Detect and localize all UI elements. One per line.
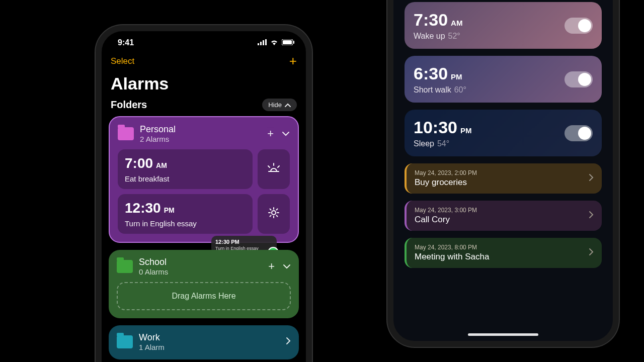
add-alarm-button[interactable]: + — [289, 53, 297, 69]
alarm-toggle[interactable] — [565, 71, 593, 87]
chevron-up-icon — [285, 101, 291, 109]
alarm-time: 6:30 — [414, 64, 448, 83]
status-time: 9:41 — [118, 38, 134, 47]
alarm-detail-button[interactable] — [258, 194, 290, 234]
folder-icon — [118, 127, 134, 140]
home-indicator[interactable] — [468, 333, 538, 336]
svg-rect-2 — [263, 40, 264, 45]
drop-label: Drag Alarms Here — [172, 292, 235, 301]
alarm-widget[interactable]: 7:30 AM Wake up52° — [405, 2, 602, 49]
battery-icon — [282, 38, 295, 47]
alarm-toggle[interactable] — [565, 18, 593, 34]
alarm-tile[interactable]: 7:00 AM Eat breakfast — [118, 149, 253, 189]
folder-add-button[interactable]: + — [267, 127, 274, 140]
chevron-right-icon — [589, 173, 594, 184]
alarm-temp: 60° — [454, 85, 466, 94]
status-bar: 9:41 — [102, 31, 306, 50]
alarm-label: Short walk — [414, 85, 451, 94]
folder-school[interactable]: School 0 Alarms + Drag Alarms Here — [109, 250, 299, 318]
svg-point-7 — [272, 211, 276, 215]
folder-count: 0 Alarms — [139, 267, 262, 276]
reminder-title: Buy groceries — [415, 177, 477, 188]
hide-label: Hide — [268, 101, 282, 109]
reminder-date: May 24, 2023, 8:00 PM — [415, 244, 489, 251]
svg-rect-5 — [283, 40, 292, 44]
alarm-time: 7:00 — [125, 155, 153, 171]
chevron-right-icon — [589, 211, 594, 221]
reminder-date: May 24, 2023, 3:00 PM — [415, 207, 477, 214]
alarm-time: 10:30 — [414, 118, 457, 137]
phone-alarms-app: 9:41 Select + Alarms Folders Hide — [96, 25, 312, 362]
alarm-widget[interactable]: 10:30 PM Sleep54° — [405, 110, 602, 156]
alarm-ampm: PM — [451, 72, 462, 81]
svg-rect-3 — [265, 39, 267, 45]
chevron-down-icon[interactable] — [283, 262, 291, 271]
sunrise-icon — [267, 162, 280, 176]
folder-name: Work — [139, 332, 280, 343]
cellular-icon — [258, 38, 267, 47]
alarm-label: Sleep — [414, 139, 434, 148]
reminder-item[interactable]: May 24, 2023, 2:00 PM Buy groceries — [405, 163, 602, 194]
alarm-widget[interactable]: 6:30 PM Short walk60° — [405, 56, 602, 103]
sun-icon — [268, 207, 280, 221]
alarm-tile[interactable]: 12:30 PM Turn in English essay — [118, 194, 253, 234]
folder-icon — [117, 335, 133, 348]
select-button[interactable]: Select — [111, 56, 134, 66]
alarm-temp: 52° — [448, 32, 460, 40]
svg-rect-0 — [258, 43, 259, 45]
alarm-ampm: PM — [164, 206, 175, 214]
folder-count: 1 Alarm — [139, 343, 280, 351]
chevron-down-icon[interactable] — [282, 129, 290, 138]
alarm-ampm: PM — [460, 126, 472, 135]
reminder-title: Call Cory — [415, 215, 477, 225]
alarm-temp: 54° — [437, 139, 449, 148]
folder-count: 2 Alarms — [140, 135, 261, 143]
folder-name: Personal — [140, 124, 261, 135]
alarm-time: 7:30 — [414, 10, 448, 30]
hide-folders-button[interactable]: Hide — [262, 99, 297, 111]
alarm-ampm: AM — [451, 19, 462, 27]
folders-label: Folders — [111, 99, 147, 111]
alarm-toggle[interactable] — [565, 125, 593, 141]
folder-personal[interactable]: Personal 2 Alarms + 7:00 AM Eat breakfas… — [109, 116, 299, 243]
alarm-label: Wake up — [414, 32, 445, 40]
svg-rect-1 — [260, 42, 262, 45]
phone-widgets: 7:30 AM Wake up52° 6:30 PM Short walk60° — [387, 0, 619, 347]
alarm-label: Eat breakfast — [125, 174, 246, 183]
folder-add-button[interactable]: + — [268, 260, 275, 273]
folder-name: School — [139, 257, 262, 267]
folders-header: Folders Hide — [102, 99, 306, 116]
folder-icon — [117, 260, 133, 273]
alarm-ampm: AM — [156, 161, 167, 169]
reminder-date: May 24, 2023, 2:00 PM — [415, 169, 477, 176]
page-title: Alarms — [102, 71, 306, 99]
alarm-detail-button[interactable] — [258, 149, 290, 189]
nav-bar: Select + — [102, 50, 306, 71]
drop-target[interactable]: Drag Alarms Here — [117, 282, 291, 310]
reminder-title: Meeting with Sacha — [415, 252, 489, 262]
drag-preview-time: 12:30 PM — [215, 239, 273, 245]
alarm-time: 12:30 — [125, 200, 161, 216]
svg-rect-6 — [293, 41, 294, 44]
chevron-right-icon — [589, 248, 594, 258]
folder-work[interactable]: Work 1 Alarm — [109, 325, 299, 359]
reminder-item[interactable]: May 24, 2023, 8:00 PM Meeting with Sacha — [405, 238, 602, 268]
chevron-right-icon[interactable] — [286, 337, 291, 347]
reminder-item[interactable]: May 24, 2023, 3:00 PM Call Cory — [405, 201, 602, 231]
alarm-label: Turn in English essay — [125, 219, 246, 228]
wifi-icon — [270, 38, 279, 47]
